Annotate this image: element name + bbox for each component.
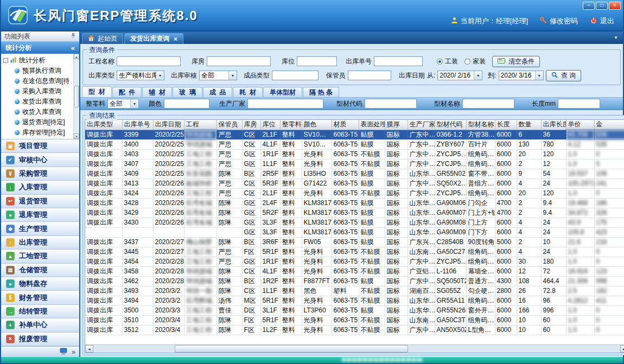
scroll-down-icon[interactable]: ▼: [74, 133, 79, 139]
table-row[interactable]: G区3L3F整料KLM38176063-T5贴膜国标山东华…GA90M09…门下…: [85, 227, 624, 237]
horizontal-scrollbar[interactable]: ◄ ►: [85, 344, 624, 353]
tree-item-receiving-inbound-query[interactable]: 收货入库查询: [3, 107, 73, 117]
material-tab-auxiliary[interactable]: 辅 材: [142, 87, 172, 97]
material-tab-consumable[interactable]: 耗 材: [233, 87, 263, 97]
sidebar-item-outbound[interactable]: ↑出库管理: [1, 236, 79, 250]
column-header[interactable]: 长度: [495, 120, 517, 130]
column-header[interactable]: 整零料: [280, 120, 302, 130]
expand-icon[interactable]: -: [3, 58, 8, 63]
column-header[interactable]: 型材名称: [466, 120, 495, 130]
material-tab-glass[interactable]: 玻 璃: [173, 87, 202, 97]
table-row[interactable]: 调拨出库34292020/2/26石湾名城陈琳G区5R2F整料KLM381760…: [85, 208, 624, 218]
column-header[interactable]: 金: [594, 120, 624, 130]
column-header[interactable]: 数量: [517, 120, 541, 130]
maximize-button[interactable]: □: [596, 2, 608, 10]
column-header[interactable]: 表面处理: [359, 120, 385, 130]
column-header[interactable]: 出库类型: [85, 120, 122, 130]
color-input[interactable]: [164, 99, 209, 108]
material-tab-profile[interactable]: 型 材: [82, 86, 112, 97]
table-row[interactable]: 调拨出库34582020/2/28华润源城陈琳C区4L1F整料光身料6063-T…: [85, 266, 624, 276]
date-from-picker[interactable]: 2020/ 2/16 ▼: [437, 71, 482, 80]
logout-button[interactable]: 退出: [590, 16, 614, 26]
search-button[interactable]: 查 询: [546, 70, 581, 81]
scrollbar-track[interactable]: [93, 345, 620, 353]
whole-piece-select[interactable]: 全部 ▼: [107, 99, 139, 108]
sidebar-item-carryover[interactable]: →结转管理: [1, 305, 79, 318]
tree-scrollbar-thumb[interactable]: [74, 86, 79, 107]
table-row[interactable]: 调拨出库34452020/2/27工地工程严思F区5R1F整料光身料6063-T…: [85, 247, 624, 257]
tab-home[interactable]: 起始页: [82, 33, 123, 44]
table-row[interactable]: 调拨出库35122020/3/4工地工程陈琳F区1L2F整料光身料6063-T5…: [85, 325, 624, 335]
sidebar-item-storage[interactable]: ▦仓储管理: [1, 264, 79, 277]
table-row[interactable]: 调拨出库34242020/2/26工地工程严思C区2L1F整料光身料6063-T…: [85, 188, 624, 198]
sidebar-item-inventory[interactable]: ●物料盘存: [1, 277, 79, 291]
column-header[interactable]: 出库单号: [122, 120, 153, 130]
scrollbar-thumb[interactable]: [175, 345, 408, 353]
table-row[interactable]: 调拨出库34942020/3/2石湾辉城汤伟M区5R1F整料光身料6063-T5…: [85, 296, 624, 305]
sidebar-item-return-goods[interactable]: ↩退货管理: [1, 195, 79, 208]
pin-icon[interactable]: [71, 33, 76, 40]
column-header[interactable]: 颜色: [302, 120, 332, 130]
table-row[interactable]: 调拨出库34372020/2/27佛山御景陈琳B区3R6F整料FW056063-…: [85, 237, 624, 247]
column-header[interactable]: 膜厚: [385, 120, 407, 130]
manufacturer-input[interactable]: [247, 99, 323, 108]
sidebar-item-finance[interactable]: $财务管理: [1, 291, 79, 304]
sidebar-item-inbound[interactable]: ↓入库管理: [1, 181, 79, 194]
tab-list-dropdown-icon[interactable]: ▼: [614, 35, 618, 40]
outbound-type-select[interactable]: 生产领料出库 ▼: [117, 71, 164, 80]
radio-gongzhuang[interactable]: [437, 59, 443, 65]
table-row[interactable]: 调拨出库35102020/3/4工地工程陈琳F区5R1F整料光身料6063-T5…: [85, 315, 624, 325]
sidebar-item-production[interactable]: ◆生产管理: [1, 222, 79, 235]
sidebar-item-scrap[interactable]: ×报废管理: [1, 333, 79, 346]
scroll-right-icon[interactable]: ►: [620, 345, 624, 353]
profile-name-input[interactable]: [462, 99, 514, 108]
tree-item-stock-query[interactable]: 库存管理[待定]: [3, 127, 73, 138]
product-type-input[interactable]: [272, 71, 319, 80]
sidebar-item-return-warehouse[interactable]: ●退库管理: [1, 208, 79, 222]
sidebar-item-site[interactable]: ▲工地管理: [1, 250, 79, 263]
change-password-button[interactable]: 修改密码: [540, 16, 578, 26]
tree-item-return-query[interactable]: 退货查询[待定]: [3, 117, 73, 127]
column-header[interactable]: 出库长度: [541, 120, 566, 130]
material-tab-product[interactable]: 成 品: [203, 87, 233, 97]
profile-code-input[interactable]: [365, 99, 417, 108]
table-row[interactable]: 调拨出库34092020/2/25长安花园陈琳B区2R5F整料LI35HO606…: [85, 169, 624, 178]
scroll-left-icon[interactable]: ◄: [85, 345, 93, 353]
table-row[interactable]: 调拨出库34302020/2/26石湾名城陈琳G区3L3F整料KLM381760…: [85, 218, 624, 227]
column-header[interactable]: 保管员: [217, 120, 242, 130]
sidebar-item-supplement[interactable]: +补单中心: [1, 318, 79, 332]
tree-item-shipping-outbound-query[interactable]: 发货出库查询: [3, 97, 73, 107]
material-tab-single-profile[interactable]: 单体型材: [263, 87, 302, 97]
tab-close-icon[interactable]: ×: [174, 35, 177, 43]
order-no-input[interactable]: [374, 56, 423, 66]
length-input[interactable]: [558, 99, 600, 108]
audit-select[interactable]: 全部 ▼: [199, 71, 237, 80]
table-row[interactable]: 调拨出库34932020/3/2华润一期陈琳C区1L1F整料黑色塑料不贴膜国标湖…: [85, 286, 624, 296]
location-input[interactable]: [297, 56, 337, 66]
table-row[interactable]: 调拨出库34282020/2/26石湾名城陈琳G区2L4F整料KLM381760…: [85, 198, 624, 208]
table-row[interactable]: 调拨出库34622020/2/28华润源城陈琳B区1R2F整料F8877FT60…: [85, 276, 624, 286]
more-icon[interactable]: »: [72, 348, 75, 356]
table-row[interactable]: 调拨出库35002020/3/3工地工程曹佳D区3L1F整料LT3P606063…: [85, 305, 624, 315]
sidebar-section-statistics[interactable]: 统计分析 «: [1, 42, 79, 54]
collapse-icon[interactable]: «: [71, 44, 75, 52]
tree-item-in-transit-query[interactable]: 在途信息查询[待: [3, 76, 73, 86]
column-header[interactable]: 库位: [260, 120, 280, 130]
project-name-input[interactable]: [117, 56, 181, 66]
sidebar-item-project[interactable]: ▣项目管理: [1, 139, 79, 153]
column-header[interactable]: 出库日期: [153, 120, 184, 130]
close-button[interactable]: ×: [609, 2, 621, 10]
monitor-icon[interactable]: [60, 348, 67, 356]
column-header[interactable]: 工程: [184, 120, 217, 130]
table-row[interactable]: 调拨出库34542020/2/28工地工程严思G区1R1F整料光身料6063-T…: [85, 257, 624, 266]
table-row[interactable]: 调拨出库34002020/2/25华润源城严思C区4L1F整料SV10…6063…: [85, 139, 624, 149]
tree-item-budget-exec-query[interactable]: 预算执行查询: [3, 66, 73, 76]
warehouse-input[interactable]: [207, 56, 271, 66]
tree-scrollbar[interactable]: ▲ ▼: [73, 54, 79, 139]
keeper-input[interactable]: [348, 71, 391, 80]
tab-shipping-outbound-query[interactable]: 发货出库查询 ×: [124, 33, 183, 44]
sidebar-item-audit[interactable]: ✔审核中心: [1, 153, 79, 167]
tree-item-purchase-inbound-query[interactable]: 采购入库查询: [3, 86, 73, 97]
column-header[interactable]: 型材代码: [435, 120, 466, 130]
table-row[interactable]: 调拨出库34072020/2/25工地工程严思G区1L1F整料光身料6063-T…: [85, 159, 624, 169]
